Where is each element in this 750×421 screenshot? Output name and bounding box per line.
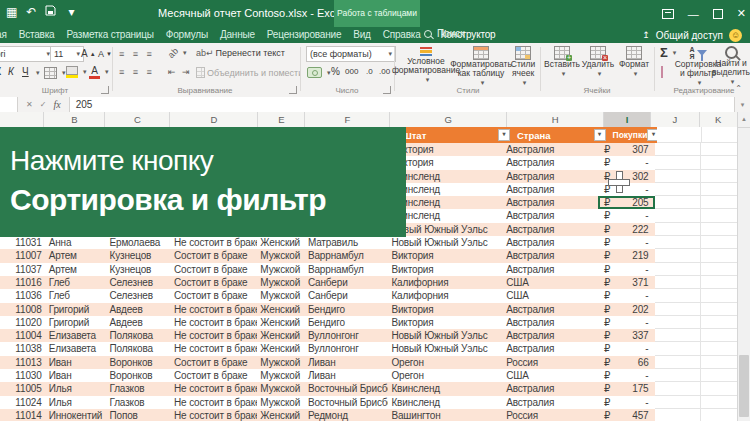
cell-empty[interactable] [655, 249, 701, 262]
cell-empty[interactable] [701, 276, 738, 289]
cell-empty[interactable] [701, 223, 738, 236]
cell-last-name[interactable]: Воронков [106, 356, 171, 369]
cell-gender[interactable]: Мужской [257, 249, 305, 262]
cell-first-name[interactable]: Илья [46, 382, 107, 395]
cell-country[interactable]: Австралия [503, 342, 598, 355]
cell-marital-status[interactable]: Не состоит в браке [171, 342, 257, 355]
cell-empty[interactable] [655, 156, 701, 169]
cell-empty[interactable] [655, 382, 701, 395]
cell-empty[interactable] [701, 356, 738, 369]
vertical-align-buttons[interactable]: ≡ ≡ ≡ [119, 49, 155, 59]
autosum-button[interactable]: Σ▾ [660, 47, 676, 59]
cell-empty[interactable] [701, 183, 738, 196]
cell-empty[interactable] [701, 209, 738, 222]
filter-icon[interactable]: ▾ [594, 129, 606, 141]
insert-function-icon[interactable]: fx [53, 99, 60, 110]
cell-empty[interactable] [655, 409, 701, 421]
format-as-table-button[interactable]: Форматировать как таблицу▾ [455, 46, 507, 87]
cell-country[interactable]: Австралия [503, 223, 598, 236]
cell-id[interactable]: 11013 [0, 356, 46, 369]
cell-marital-status[interactable]: Не состоит в браке [171, 236, 257, 249]
ribbon-tab[interactable]: Справка [377, 27, 427, 43]
cell-purchases[interactable]: ₽ - [598, 263, 655, 276]
insert-cells-button[interactable]: + Вставить▾ [545, 46, 579, 78]
cell-purchases[interactable]: ₽ - [598, 209, 655, 222]
alignment-dialog-launcher[interactable] [289, 86, 297, 94]
cell-empty[interactable] [701, 329, 738, 342]
cell-country[interactable]: Австралия [503, 143, 598, 156]
cell-state[interactable]: Орегон [388, 356, 503, 369]
cell-empty[interactable] [655, 170, 701, 183]
cell-last-name[interactable]: Селезнев [106, 289, 171, 302]
cell-empty[interactable] [701, 316, 738, 329]
cell-purchases[interactable]: ₽ 457 [598, 409, 655, 421]
shrink-font-button[interactable]: А▼ [98, 49, 112, 59]
cell-empty[interactable] [701, 342, 738, 355]
increase-decimal-button[interactable]: .0 [366, 67, 373, 76]
font-dialog-launcher[interactable] [101, 86, 109, 94]
search-box[interactable]: Поиск [424, 28, 465, 39]
decrease-decimal-button[interactable]: .00 [379, 67, 390, 76]
column-header-j[interactable]: J [651, 112, 699, 127]
cell-last-name[interactable]: Воронков [106, 369, 171, 382]
cell-country[interactable]: Австралия [503, 329, 598, 342]
cell-state[interactable]: Виктория [388, 263, 503, 276]
close-button[interactable]: ✕ [737, 7, 746, 20]
cell-state[interactable]: Вашингтон [388, 409, 503, 421]
cell-empty[interactable] [655, 196, 701, 209]
grow-font-button[interactable]: А▲ [81, 48, 96, 59]
cell-city[interactable]: Ливан [305, 356, 389, 369]
cell-last-name[interactable]: Глазков [106, 396, 171, 409]
comma-style-button[interactable]: 000 [345, 67, 358, 76]
clear-button[interactable] [661, 67, 663, 77]
cell-state[interactable]: Виктория [388, 316, 503, 329]
cell-marital-status[interactable]: Состоит в браке [171, 249, 257, 262]
cell-first-name[interactable]: Глеб [46, 276, 107, 289]
cell-marital-status[interactable]: Не состоит в браке [171, 409, 257, 421]
cell-purchases[interactable]: ₽ - [598, 342, 655, 355]
sort-filter-button[interactable]: АЯ Сортировка и фильтр▾ [681, 46, 715, 87]
cell-empty[interactable] [655, 223, 701, 236]
account-avatar[interactable]: ☺ [729, 29, 742, 42]
cell-marital-status[interactable]: Состоит в браке [171, 369, 257, 382]
cell-empty[interactable] [701, 369, 738, 382]
cell-first-name[interactable]: Илья [46, 396, 107, 409]
column-header-e[interactable]: E [258, 112, 305, 127]
cell-first-name[interactable]: Иван [46, 356, 107, 369]
cell-marital-status[interactable]: Состоит в браке [171, 276, 257, 289]
cell-purchases[interactable]: ₽ 302 [598, 170, 655, 183]
cell-id[interactable]: 11007 [0, 249, 46, 262]
cell-empty[interactable] [701, 289, 738, 302]
vertical-scrollbar[interactable]: ▲ [737, 112, 750, 421]
save-icon[interactable] [45, 5, 56, 19]
enter-icon[interactable]: ✓ [40, 100, 47, 109]
cell-purchases[interactable]: ₽ 205 [598, 196, 655, 209]
cell-purchases[interactable]: ₽ - [598, 156, 655, 169]
formula-input[interactable]: 205 [70, 97, 734, 112]
cell-city[interactable]: Санбери [305, 289, 389, 302]
cell-empty[interactable] [701, 263, 738, 276]
filter-icon[interactable]: ▾ [498, 129, 510, 141]
qat-customize-icon[interactable]: ▾ [68, 6, 74, 18]
cell-styles-button[interactable]: Стили ячеек▾ [508, 46, 538, 87]
cell-gender[interactable]: Женский [257, 342, 305, 355]
column-header-k[interactable]: K [700, 112, 738, 127]
cell-country[interactable]: Австралия [503, 382, 598, 395]
cell-state[interactable]: Новый Южный Уэльс [388, 342, 503, 355]
cell-country[interactable]: Австралия [503, 303, 598, 316]
cell-city[interactable]: Санбери [305, 276, 389, 289]
cell-state[interactable]: Калифорния [388, 289, 503, 302]
cell-purchases[interactable]: ₽ 337 [598, 329, 655, 342]
wrap-text-button[interactable]: ab↵ Перенести текст [196, 48, 285, 58]
cell-marital-status[interactable]: Состоит в браке [171, 356, 257, 369]
cell-country[interactable]: США [503, 289, 598, 302]
conditional-formatting-button[interactable]: Условное форматирование▾ [398, 46, 454, 84]
cell-city[interactable]: Редмонд [305, 409, 389, 421]
cell-id[interactable]: 11004 [0, 329, 46, 342]
cell-city[interactable]: Матравиль [305, 236, 389, 249]
cell-id[interactable]: 11020 [0, 316, 46, 329]
cell-state[interactable]: Новый Южный Уэльс [388, 236, 503, 249]
table-header-state[interactable]: Штат ▾ [398, 127, 513, 143]
cell-city[interactable]: Восточный Брисбен [305, 396, 389, 409]
cell-first-name[interactable]: Григорий [46, 316, 107, 329]
